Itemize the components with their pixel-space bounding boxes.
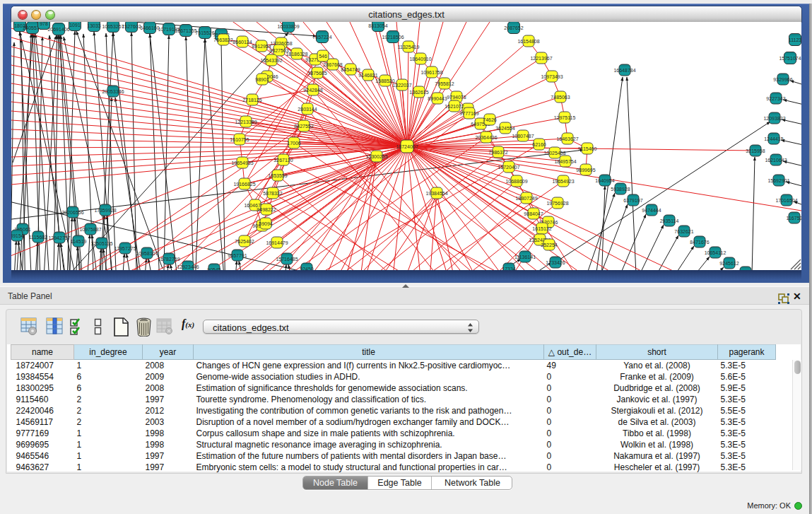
svg-text:8427552: 8427552 [294, 124, 313, 129]
svg-text:10025458: 10025458 [543, 151, 565, 156]
svg-text:11325419: 11325419 [398, 45, 420, 49]
svg-text:9329966: 9329966 [773, 77, 792, 82]
svg-text:59094: 59094 [259, 221, 273, 226]
svg-text:90545: 90545 [207, 267, 221, 271]
svg-text:18640910: 18640910 [409, 57, 431, 62]
svg-text:1640954: 1640954 [595, 178, 614, 183]
svg-text:1362615: 1362615 [409, 90, 428, 95]
svg-text:2803144: 2803144 [298, 107, 317, 112]
svg-text:1353559: 1353559 [268, 173, 287, 178]
svg-text:20206556: 20206556 [61, 210, 83, 215]
svg-text:98901: 98901 [255, 77, 269, 82]
svg-text:17016504: 17016504 [775, 198, 797, 203]
svg-text:15716485: 15716485 [276, 257, 298, 262]
svg-text:1733426: 1733426 [546, 260, 565, 265]
svg-text:62160: 62160 [532, 142, 546, 147]
svg-text:9498222: 9498222 [257, 207, 276, 212]
svg-text:10975887: 10975887 [79, 227, 101, 232]
svg-text:12923446: 12923446 [177, 264, 199, 269]
svg-text:15720407: 15720407 [498, 165, 519, 170]
svg-text:546: 546 [319, 54, 327, 59]
svg-text:20364436: 20364436 [475, 135, 497, 140]
svg-text:19756928: 19756928 [546, 201, 568, 206]
svg-text:8471676: 8471676 [690, 240, 709, 245]
svg-text:18807249: 18807249 [515, 196, 537, 201]
svg-text:1621072: 1621072 [445, 104, 464, 109]
svg-text:8454749: 8454749 [341, 67, 360, 72]
svg-text:20691406: 20691406 [47, 27, 69, 32]
svg-text:5938928: 5938928 [611, 187, 630, 192]
svg-text:1091: 1091 [69, 23, 81, 28]
svg-text:15692901: 15692901 [767, 178, 789, 183]
svg-text:16782759: 16782759 [158, 257, 180, 262]
svg-text:1610755: 1610755 [230, 137, 249, 142]
svg-text:3875685: 3875685 [307, 71, 326, 76]
svg-text:7632621: 7632621 [674, 229, 693, 234]
svg-text:9474444: 9474444 [642, 208, 661, 213]
svg-text:2087652: 2087652 [504, 25, 523, 30]
svg-text:19654935: 19654935 [231, 160, 253, 165]
svg-text:2718126: 2718126 [242, 98, 261, 103]
svg-text:19384554: 19384554 [425, 191, 447, 196]
svg-text:9899695: 9899695 [576, 168, 595, 173]
svg-text:15751074: 15751074 [779, 56, 801, 61]
svg-text:12213389: 12213389 [235, 119, 257, 124]
svg-text:7485063: 7485063 [551, 95, 570, 100]
svg-text:10958107: 10958107 [136, 251, 158, 256]
svg-text:97334: 97334 [739, 270, 753, 271]
svg-text:16543392: 16543392 [260, 58, 282, 63]
svg-text:1244415: 1244415 [764, 136, 783, 141]
svg-text:12505135: 12505135 [90, 241, 112, 246]
svg-text:2867608: 2867608 [323, 62, 342, 67]
svg-text:16154808: 16154808 [517, 39, 539, 44]
svg-text:9884047: 9884047 [524, 211, 543, 216]
svg-text:16210643: 16210643 [765, 158, 787, 163]
svg-text:12942757: 12942757 [48, 235, 70, 240]
svg-text:3267130: 3267130 [273, 158, 293, 163]
svg-text:16033809: 16033809 [277, 24, 299, 29]
svg-text:10653267: 10653267 [102, 24, 124, 29]
svg-text:9777169: 9777169 [459, 111, 478, 116]
svg-text:19218506: 19218506 [382, 35, 404, 40]
svg-text:11123: 11123 [789, 37, 801, 42]
svg-text:9227343: 9227343 [766, 96, 785, 101]
svg-text:7625402: 7625402 [235, 239, 254, 244]
svg-text:9245612: 9245612 [719, 261, 739, 266]
svg-text:10961758: 10961758 [420, 70, 442, 75]
svg-text:16671355: 16671355 [175, 28, 196, 33]
svg-text:12093822: 12093822 [763, 116, 785, 121]
svg-text:8990443: 8990443 [428, 96, 447, 101]
svg-text:3624554: 3624554 [495, 126, 514, 131]
svg-text:10973493: 10973493 [541, 74, 563, 79]
svg-text:1322037: 1322037 [392, 83, 411, 88]
svg-text:7857224: 7857224 [312, 35, 331, 40]
svg-text:18186328: 18186328 [286, 52, 307, 57]
svg-text:16914479: 16914479 [266, 240, 288, 245]
svg-text:17359928: 17359928 [94, 208, 116, 213]
svg-text:8813054: 8813054 [368, 23, 387, 28]
svg-text:17334: 17334 [502, 267, 516, 271]
svg-text:7986372: 7986372 [488, 150, 507, 155]
svg-text:978: 978 [40, 22, 48, 26]
svg-text:7515526: 7515526 [195, 30, 214, 35]
svg-text:116753: 116753 [787, 216, 801, 221]
svg-text:252254: 252254 [541, 243, 557, 247]
svg-text:19166825: 19166825 [233, 182, 255, 187]
svg-text:92450: 92450 [300, 267, 314, 271]
svg-text:8912954: 8912954 [252, 44, 271, 49]
svg-text:6466160: 6466160 [140, 25, 159, 30]
svg-text:18495754: 18495754 [554, 159, 576, 164]
svg-text:11136141: 11136141 [514, 255, 536, 259]
svg-text:3215958: 3215958 [746, 148, 765, 153]
svg-text:114519: 114519 [71, 239, 87, 244]
svg-text:13033: 13033 [87, 23, 101, 28]
svg-text:12213967: 12213967 [530, 56, 552, 61]
svg-text:9242848: 9242848 [303, 88, 322, 93]
svg-text:16648784: 16648784 [613, 68, 635, 73]
svg-text:18724007: 18724007 [396, 144, 418, 149]
svg-text:6379197: 6379197 [623, 198, 642, 203]
svg-text:1527602: 1527602 [122, 24, 141, 29]
svg-text:16463627: 16463627 [556, 136, 578, 141]
svg-text:12975115: 12975115 [554, 115, 576, 120]
svg-text:8660124: 8660124 [233, 40, 252, 45]
